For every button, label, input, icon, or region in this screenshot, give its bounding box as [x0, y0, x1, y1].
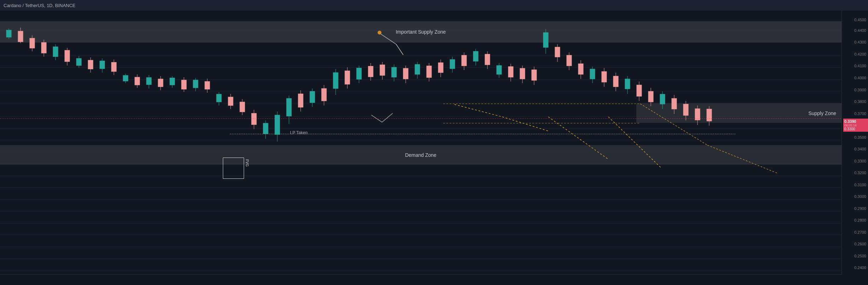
svg-rect-84 — [450, 59, 455, 69]
svg-rect-56 — [287, 98, 291, 116]
svg-rect-20 — [76, 58, 81, 65]
price-label-0420: 0.4200 — [854, 52, 866, 56]
svg-rect-42 — [205, 81, 210, 89]
candles-svg: .bull { fill: #26a69a; stroke: #26a69a; … — [0, 11, 841, 274]
svg-rect-110 — [602, 72, 607, 82]
svg-rect-10 — [18, 31, 23, 42]
svg-rect-26 — [111, 62, 116, 72]
svg-rect-118 — [648, 91, 653, 102]
svg-rect-102 — [555, 47, 560, 57]
price-label-0340: 0.3400 — [854, 147, 866, 151]
svg-rect-74 — [392, 67, 397, 77]
svg-rect-104 — [567, 55, 572, 66]
chart-area: Important Supply Zone Supply Zone Demand… — [0, 11, 841, 274]
svg-rect-52 — [263, 123, 268, 134]
price-label-0370: 0.3700 — [854, 112, 866, 116]
svg-rect-58 — [298, 94, 303, 107]
svg-rect-54 — [275, 115, 280, 135]
svg-rect-124 — [683, 104, 688, 115]
chart-title: Cardano / TetherUS, 1D, BINANCE — [4, 3, 76, 8]
price-label-0290: 0.2900 — [854, 206, 866, 211]
svg-rect-16 — [53, 47, 58, 57]
svg-rect-106 — [578, 64, 583, 74]
svg-rect-96 — [520, 68, 525, 79]
svg-rect-116 — [637, 85, 642, 96]
svg-rect-14 — [41, 42, 46, 53]
svg-rect-88 — [473, 51, 478, 61]
svg-rect-114 — [625, 79, 630, 89]
svg-rect-78 — [415, 64, 420, 74]
price-label-0390: 0.3900 — [854, 88, 866, 92]
price-label-0300: 0.3000 — [854, 194, 866, 199]
svg-rect-60 — [310, 91, 315, 103]
svg-rect-98 — [532, 70, 537, 80]
svg-rect-66 — [345, 71, 350, 84]
svg-rect-94 — [508, 67, 513, 77]
svg-rect-92 — [497, 65, 502, 74]
svg-rect-64 — [333, 73, 338, 89]
price-label-0330: 0.3300 — [854, 159, 866, 163]
svg-rect-72 — [380, 65, 385, 75]
svg-rect-40 — [193, 80, 198, 88]
svg-rect-24 — [100, 61, 105, 69]
svg-rect-28 — [123, 75, 128, 81]
svg-rect-86 — [462, 55, 467, 66]
price-label-0410: 0.4100 — [854, 64, 866, 68]
svg-rect-8 — [6, 30, 11, 37]
price-label-0270: 0.2700 — [854, 230, 866, 234]
svg-rect-48 — [240, 102, 245, 112]
svg-rect-38 — [181, 80, 186, 89]
svg-rect-18 — [65, 50, 70, 62]
price-badge-time: 06:05:16 — [844, 124, 867, 127]
svg-rect-120 — [660, 94, 665, 104]
svg-rect-68 — [357, 68, 361, 79]
svg-rect-80 — [427, 66, 432, 78]
price-label-0430: 0.4300 — [854, 40, 866, 44]
price-label-0250: 0.2500 — [854, 254, 866, 258]
price-label-0400: 0.4000 — [854, 76, 866, 80]
svg-rect-126 — [695, 109, 700, 120]
svg-rect-108 — [590, 69, 595, 79]
svg-rect-32 — [146, 78, 151, 85]
svg-rect-100 — [543, 33, 548, 47]
top-bar: Cardano / TetherUS, 1D, BINANCE — [0, 0, 868, 11]
svg-rect-12 — [30, 38, 35, 48]
svg-rect-46 — [228, 97, 233, 106]
svg-rect-112 — [613, 76, 618, 87]
svg-rect-90 — [485, 54, 490, 65]
svg-rect-70 — [368, 66, 373, 77]
price-label-0280: 0.2800 — [854, 218, 866, 222]
price-label-0310: 0.3100 — [854, 183, 866, 187]
price-badge-value: 0.3390 — [844, 119, 867, 124]
svg-rect-122 — [672, 98, 677, 109]
price-label-0450: 0.4500 — [854, 18, 866, 22]
svg-rect-62 — [322, 89, 326, 101]
svg-rect-76 — [403, 68, 408, 79]
svg-rect-44 — [216, 94, 221, 102]
price-badge-sub2: 0.3300 — [844, 127, 867, 131]
svg-rect-128 — [707, 109, 712, 121]
svg-rect-34 — [158, 79, 163, 87]
svg-rect-50 — [251, 113, 256, 125]
price-label-0320: 0.3200 — [854, 171, 866, 175]
price-label-0240: 0.2400 — [854, 266, 866, 270]
svg-rect-22 — [88, 60, 93, 69]
price-label-0350: 0.3500 — [854, 135, 866, 139]
price-axis: 0.4500 0.4400 0.4300 0.4200 0.4100 0.400… — [841, 11, 868, 274]
price-label-0260: 0.2600 — [854, 242, 866, 246]
chart-container: Cardano / TetherUS, 1D, BINANCE Importan… — [0, 0, 868, 285]
price-label-0380: 0.3800 — [854, 99, 866, 104]
svg-rect-82 — [438, 63, 443, 73]
svg-rect-30 — [135, 77, 140, 85]
price-badge: 0.3390 06:05:16 0.3300 — [843, 119, 868, 132]
svg-rect-36 — [170, 78, 175, 85]
price-label-0440: 0.4400 — [854, 28, 866, 33]
time-axis-bar — [0, 274, 841, 285]
